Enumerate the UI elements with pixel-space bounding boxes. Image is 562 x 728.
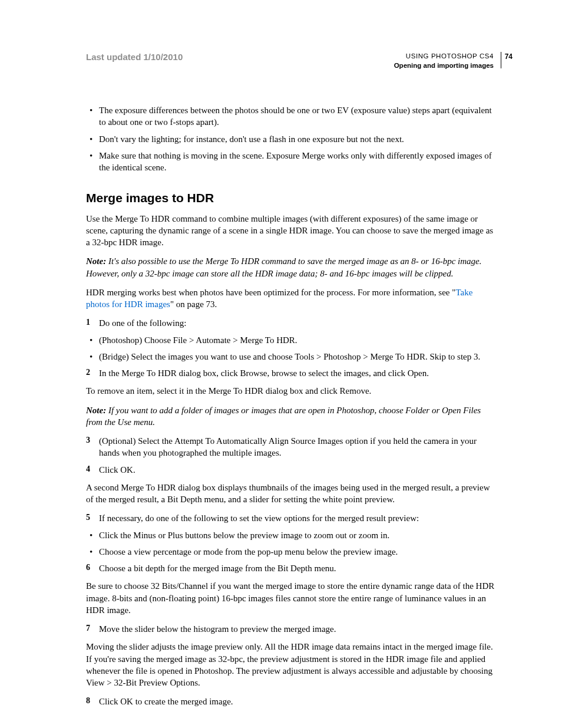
page-number: 74 (501, 52, 513, 68)
step-list-3: (Optional) Select the Attempt To Automat… (86, 435, 498, 476)
doc-title: USING PHOTOSHOP CS4 (394, 52, 494, 61)
step-item: (Optional) Select the Attempt To Automat… (86, 435, 498, 459)
list-item: The exposure differences between the pho… (86, 104, 498, 129)
step-list-1: Do one of the following: (86, 317, 498, 329)
second-dialog-paragraph: A second Merge To HDR dialog box display… (86, 482, 498, 506)
top-bullet-list: The exposure differences between the pho… (86, 104, 498, 173)
text-span: HDR merging works best when photos have … (86, 288, 455, 297)
intro-paragraph: Use the Merge To HDR command to combine … (86, 213, 498, 249)
step-list-7: Move the slider below the histogram to p… (86, 623, 498, 635)
step-list-2: In the Merge To HDR dialog box, click Br… (86, 367, 498, 379)
step-item: Click OK. (86, 464, 498, 476)
text-span: " on page 73. (170, 299, 217, 309)
step-list-6: Choose a bit depth for the merged image … (86, 562, 498, 574)
list-item: Choose a view percentage or mode from th… (86, 546, 498, 558)
note-body: If you want to add a folder of images or… (86, 406, 481, 427)
section-heading: Merge images to HDR (86, 190, 498, 206)
list-item: Click the Minus or Plus buttons below th… (86, 529, 498, 541)
step-item: If necessary, do one of the following to… (86, 512, 498, 524)
note-body: It's also possible to use the Merge To H… (86, 256, 481, 278)
page-content: The exposure differences between the pho… (86, 104, 498, 708)
header-right-block: USING PHOTOSHOP CS4 Opening and importin… (394, 52, 498, 70)
note-label: Note: (86, 406, 106, 415)
step-item: Move the slider below the histogram to p… (86, 623, 498, 635)
list-item: (Bridge) Select the images you want to u… (86, 351, 498, 363)
step-item: Click OK to create the merged image. (86, 696, 498, 707)
link-paragraph: HDR merging works best when photos have … (86, 286, 498, 311)
remove-paragraph: To remove an item, select it in the Merg… (86, 385, 498, 397)
step-list-5: If necessary, do one of the following to… (86, 512, 498, 524)
step1-bullets: (Photoshop) Choose File > Automate > Mer… (86, 334, 498, 363)
step-item: Do one of the following: (86, 317, 498, 329)
step-list-8: Click OK to create the merged image. (86, 696, 498, 707)
bitdepth-paragraph: Be sure to choose 32 Bits/Channel if you… (86, 580, 498, 616)
list-item: Don't vary the lighting; for instance, d… (86, 133, 498, 145)
step-item: Choose a bit depth for the merged image … (86, 562, 498, 574)
note-paragraph: Note: If you want to add a folder of ima… (86, 404, 498, 429)
list-item: (Photoshop) Choose File > Automate > Mer… (86, 334, 498, 346)
document-page: Last updated 1/10/2010 USING PHOTOSHOP C… (0, 0, 562, 728)
step-item: In the Merge To HDR dialog box, click Br… (86, 367, 498, 379)
list-item: Make sure that nothing is moving in the … (86, 150, 498, 174)
step5-bullets: Click the Minus or Plus buttons below th… (86, 529, 498, 558)
note-paragraph: Note: It's also possible to use the Merg… (86, 255, 498, 279)
page-header: Last updated 1/10/2010 USING PHOTOSHOP C… (86, 52, 498, 70)
section-title: Opening and importing images (394, 61, 494, 71)
slider-paragraph: Moving the slider adjusts the image prev… (86, 641, 498, 689)
last-updated-text: Last updated 1/10/2010 (86, 52, 183, 62)
note-label: Note: (86, 256, 106, 266)
